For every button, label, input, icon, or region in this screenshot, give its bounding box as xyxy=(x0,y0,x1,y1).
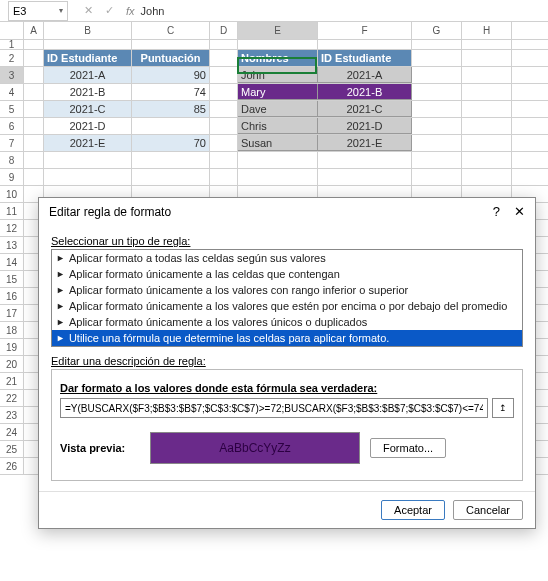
cell[interactable]: 2021-B xyxy=(44,84,132,100)
row-header[interactable]: 11 xyxy=(0,203,24,219)
cell[interactable]: 74 xyxy=(132,84,210,100)
cell[interactable] xyxy=(412,84,462,100)
cell[interactable] xyxy=(132,118,210,134)
cell[interactable] xyxy=(462,118,512,134)
cell[interactable] xyxy=(210,84,238,100)
cell[interactable] xyxy=(462,50,512,66)
cell[interactable] xyxy=(412,50,462,66)
cell[interactable] xyxy=(462,67,512,83)
row-header[interactable]: 4 xyxy=(0,84,24,100)
cell[interactable] xyxy=(412,169,462,185)
row-header[interactable]: 17 xyxy=(0,305,24,321)
cell[interactable]: 85 xyxy=(132,101,210,117)
cell[interactable] xyxy=(44,169,132,185)
cell[interactable]: Dave xyxy=(238,101,318,117)
cell[interactable] xyxy=(210,40,238,49)
row-header[interactable]: 9 xyxy=(0,169,24,185)
range-selector-button[interactable]: ↥ xyxy=(492,398,514,418)
rule-type-item[interactable]: ►Aplicar formato a todas las celdas segú… xyxy=(52,250,522,266)
row-header[interactable]: 25 xyxy=(0,441,24,457)
row-header[interactable]: 15 xyxy=(0,271,24,287)
row-header[interactable]: 2 xyxy=(0,50,24,66)
cell[interactable] xyxy=(210,169,238,185)
rule-type-item[interactable]: ►Aplicar formato únicamente a los valore… xyxy=(52,314,522,330)
row-header[interactable]: 7 xyxy=(0,135,24,151)
cell[interactable] xyxy=(412,67,462,83)
row-header[interactable]: 23 xyxy=(0,407,24,423)
chevron-down-icon[interactable]: ▾ xyxy=(59,6,63,15)
row-header[interactable]: 22 xyxy=(0,390,24,406)
cell[interactable] xyxy=(210,152,238,168)
cell[interactable]: John xyxy=(238,67,318,83)
cell[interactable]: Chris xyxy=(238,118,318,134)
cell[interactable] xyxy=(210,67,238,83)
cell[interactable] xyxy=(210,135,238,151)
cell[interactable] xyxy=(412,118,462,134)
cell[interactable] xyxy=(24,84,44,100)
cell[interactable] xyxy=(412,152,462,168)
cell[interactable] xyxy=(318,169,412,185)
cell[interactable]: 90 xyxy=(132,67,210,83)
cancel-button[interactable]: Cancelar xyxy=(453,500,523,520)
cell[interactable] xyxy=(318,40,412,49)
row-header[interactable]: 21 xyxy=(0,373,24,389)
col-header[interactable]: C xyxy=(132,22,210,39)
formula-input[interactable] xyxy=(60,398,488,418)
ok-button[interactable]: Aceptar xyxy=(381,500,445,520)
cell[interactable] xyxy=(462,135,512,151)
row-header[interactable]: 3 xyxy=(0,67,24,83)
cell[interactable] xyxy=(24,40,44,49)
col-header[interactable]: D xyxy=(210,22,238,39)
cell[interactable] xyxy=(412,101,462,117)
cell[interactable]: 2021-D xyxy=(318,118,412,134)
col-header[interactable]: E xyxy=(238,22,318,39)
cell[interactable]: 2021-B xyxy=(318,84,412,100)
cell[interactable]: Nombres xyxy=(238,50,318,66)
format-button[interactable]: Formato... xyxy=(370,438,446,458)
cell[interactable] xyxy=(132,169,210,185)
cell[interactable] xyxy=(210,50,238,66)
row-header[interactable]: 24 xyxy=(0,424,24,440)
cell[interactable]: Puntuación xyxy=(132,50,210,66)
cell[interactable] xyxy=(318,152,412,168)
close-icon[interactable]: ✕ xyxy=(514,204,525,219)
col-header[interactable]: A xyxy=(24,22,44,39)
cell[interactable]: ID Estudiante xyxy=(44,50,132,66)
cell[interactable] xyxy=(44,40,132,49)
cell[interactable]: 2021-E xyxy=(318,135,412,151)
rule-type-item[interactable]: ►Aplicar formato únicamente a los valore… xyxy=(52,282,522,298)
rule-type-item[interactable]: ►Utilice una fórmula que determine las c… xyxy=(52,330,522,346)
cell[interactable] xyxy=(462,84,512,100)
cell[interactable]: Susan xyxy=(238,135,318,151)
cell[interactable]: 2021-A xyxy=(44,67,132,83)
row-header[interactable]: 16 xyxy=(0,288,24,304)
select-all[interactable] xyxy=(0,22,24,39)
rule-type-list[interactable]: ►Aplicar formato a todas las celdas segú… xyxy=(51,249,523,347)
row-header[interactable]: 19 xyxy=(0,339,24,355)
cell[interactable]: 2021-A xyxy=(318,67,412,83)
cell[interactable] xyxy=(462,169,512,185)
cell[interactable] xyxy=(238,169,318,185)
cell[interactable]: 2021-D xyxy=(44,118,132,134)
cell[interactable] xyxy=(238,152,318,168)
row-header[interactable]: 12 xyxy=(0,220,24,236)
cell[interactable] xyxy=(210,118,238,134)
cell[interactable] xyxy=(24,118,44,134)
help-icon[interactable]: ? xyxy=(493,204,500,219)
cell[interactable] xyxy=(132,40,210,49)
cell[interactable] xyxy=(462,101,512,117)
row-header[interactable]: 26 xyxy=(0,458,24,474)
cell[interactable] xyxy=(462,40,512,49)
cell[interactable] xyxy=(24,135,44,151)
cell[interactable] xyxy=(24,67,44,83)
row-header[interactable]: 1 xyxy=(0,40,24,49)
cell[interactable] xyxy=(238,40,318,49)
row-header[interactable]: 18 xyxy=(0,322,24,338)
col-header[interactable]: G xyxy=(412,22,462,39)
rule-type-item[interactable]: ►Aplicar formato únicamente a las celdas… xyxy=(52,266,522,282)
cell[interactable]: 2021-E xyxy=(44,135,132,151)
row-header[interactable]: 6 xyxy=(0,118,24,134)
row-header[interactable]: 10 xyxy=(0,186,24,202)
formula-bar[interactable]: John xyxy=(135,5,548,17)
cell[interactable]: 2021-C xyxy=(318,101,412,117)
